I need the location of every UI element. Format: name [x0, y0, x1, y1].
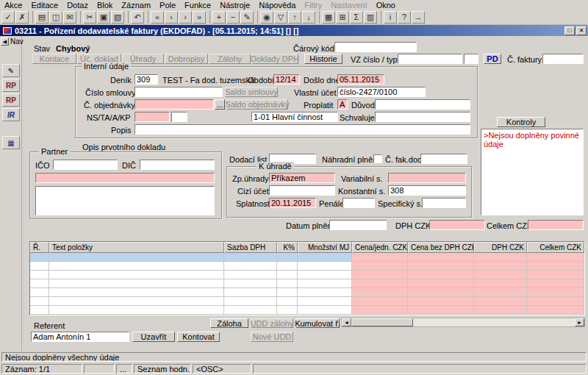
table-cell[interactable] [224, 288, 277, 297]
ico-input[interactable] [53, 160, 118, 170]
table-row[interactable] [30, 279, 584, 288]
table-row[interactable] [30, 253, 584, 262]
table-cell[interactable] [298, 262, 352, 271]
celkem-czk-input[interactable] [528, 220, 584, 230]
menu-item-nastroje[interactable]: Nástroje [215, 0, 254, 10]
historie-button[interactable]: Historie [304, 54, 343, 64]
popis-input[interactable] [135, 124, 470, 135]
table-cell[interactable] [527, 288, 584, 297]
table-row[interactable] [30, 297, 584, 306]
table-cell[interactable] [408, 271, 474, 279]
table-cell[interactable] [277, 279, 298, 288]
table-cell[interactable] [527, 297, 584, 306]
table-cell[interactable] [30, 279, 49, 288]
nahradni-plneni-checkbox[interactable] [373, 154, 382, 163]
table-cell[interactable] [527, 279, 584, 288]
table-cell[interactable] [30, 288, 49, 297]
saldo-smlouvy-button[interactable]: Saldo smlouvy [225, 87, 278, 97]
table-cell[interactable] [49, 279, 224, 288]
variabilni-s-input[interactable] [388, 173, 466, 183]
table-cell[interactable] [49, 288, 224, 297]
menu-item-funkce[interactable]: Funkce [180, 0, 215, 10]
kontace-button[interactable]: Kontace [32, 54, 76, 64]
scrollbar-track[interactable] [413, 318, 575, 326]
dph-czk-input[interactable] [429, 220, 485, 230]
table-cell[interactable] [408, 279, 474, 288]
rp-module-button-2[interactable]: RP [2, 93, 20, 107]
table-cell[interactable] [474, 279, 527, 288]
vz-cislo-input[interactable] [398, 54, 462, 64]
table-cell[interactable] [30, 306, 49, 315]
c-objednavky-input[interactable] [135, 99, 214, 110]
table-cell[interactable] [277, 253, 298, 262]
cislo-smlouvy-input[interactable] [135, 87, 223, 97]
table-cell[interactable] [352, 306, 408, 315]
table-cell[interactable] [352, 288, 408, 297]
table-cell[interactable] [277, 271, 298, 279]
mail-icon[interactable]: ✉ [63, 11, 76, 24]
edit-record-icon[interactable]: ✎ [240, 11, 254, 24]
menu-item-akce[interactable]: Akce [0, 0, 26, 10]
tasks-icon[interactable]: ▦ [2, 136, 20, 149]
sum-icon[interactable]: Σ [350, 11, 363, 24]
paste-icon[interactable]: ▧ [111, 11, 124, 24]
table-cell[interactable] [224, 306, 277, 315]
menu-item-zaznam[interactable]: Záznam [117, 0, 155, 10]
column-header-5[interactable]: Cena/jedn. CZK [352, 242, 408, 253]
doslo-dne-input[interactable] [337, 74, 384, 85]
nove-udd-button[interactable]: Nové UDD [251, 332, 293, 342]
table-cell[interactable] [30, 297, 49, 306]
zalohy-button[interactable]: Zálohy [209, 54, 251, 64]
column-header-8[interactable]: Celkem CZK [527, 242, 584, 253]
vlastni-ucet-input[interactable] [337, 87, 426, 97]
scroll-left-icon[interactable]: ◄ [342, 318, 351, 326]
rp-module-button-1[interactable]: RP [2, 79, 20, 92]
undo-icon[interactable]: ↶ [131, 11, 144, 24]
table-cell[interactable] [474, 297, 527, 306]
help-icon[interactable]: ? [398, 11, 411, 24]
table-cell[interactable] [352, 271, 408, 279]
print-icon[interactable]: ▤ [35, 11, 49, 24]
copy-icon[interactable]: ▣ [97, 11, 110, 24]
table-cell[interactable] [30, 253, 49, 262]
info-icon[interactable]: i [384, 11, 397, 24]
scroll-right-icon[interactable]: ► [575, 318, 584, 326]
table-cell[interactable] [408, 288, 474, 297]
table-cell[interactable] [224, 253, 277, 262]
table-cell[interactable] [30, 262, 49, 271]
nav-collapse-button[interactable]: ◀ [1, 38, 9, 46]
zp-uhrady-input[interactable] [269, 173, 335, 183]
table-cell[interactable] [352, 279, 408, 288]
kontovat-button[interactable]: Kontovat [177, 332, 220, 342]
table-cell[interactable] [224, 271, 277, 279]
menu-item-pole[interactable]: Pole [155, 0, 180, 10]
menu-item-blok[interactable]: Blok [93, 0, 117, 10]
table-cell[interactable] [474, 271, 527, 279]
ns-input[interactable] [135, 112, 170, 122]
horizontal-scrollbar[interactable]: ◄ ► [341, 318, 585, 327]
table-cell[interactable] [474, 306, 527, 315]
column-header-0[interactable]: Ř. [30, 242, 49, 253]
ir-module-button[interactable]: IR [2, 108, 20, 121]
column-header-1[interactable]: Text položky [49, 242, 224, 253]
carovy-kod-input[interactable] [334, 42, 417, 52]
table-cell[interactable] [408, 306, 474, 315]
table-cell[interactable] [298, 279, 352, 288]
insert-record-icon[interactable]: + [212, 11, 226, 24]
table-cell[interactable] [298, 297, 352, 306]
calculator-icon[interactable]: ⊞ [336, 11, 349, 24]
table-cell[interactable] [408, 297, 474, 306]
partner-address-box[interactable] [35, 186, 215, 215]
sign-document-icon[interactable]: ✎ [2, 64, 20, 77]
datum-plneni-input[interactable] [329, 220, 387, 230]
table-cell[interactable] [298, 271, 352, 279]
table-cell[interactable] [49, 297, 224, 306]
column-header-6[interactable]: Cena bez DPH CZK [408, 242, 474, 253]
vz-typ-input[interactable] [464, 54, 478, 64]
table-cell[interactable] [49, 262, 224, 271]
table-cell[interactable] [49, 306, 224, 315]
table-row[interactable] [30, 288, 584, 297]
sort-desc-icon[interactable]: ↓ [302, 11, 315, 24]
table-cell[interactable] [30, 271, 49, 279]
objednavka-lookup-button[interactable]: ... [215, 99, 225, 110]
